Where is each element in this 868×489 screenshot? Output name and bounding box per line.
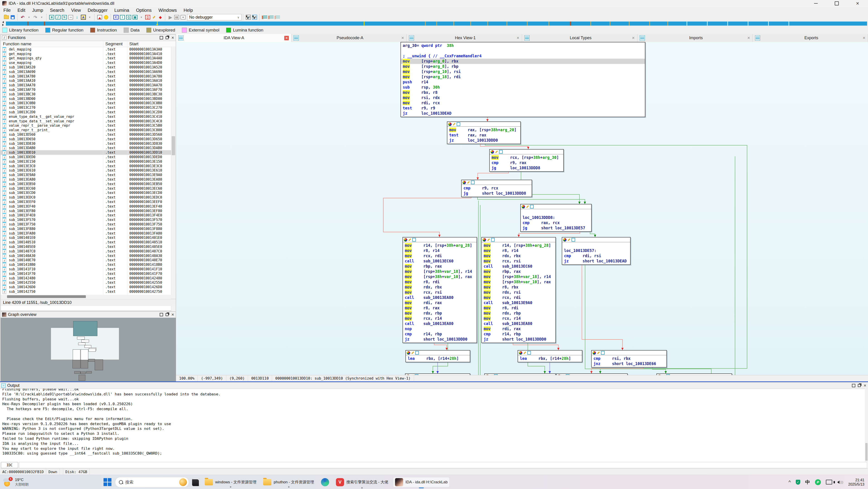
- jump-back-dropdown[interactable]: ▼: [26, 14, 32, 20]
- menu-item-edit[interactable]: Edit: [14, 8, 29, 13]
- asm-line[interactable]: jz short loc_10013DEAD: [564, 258, 630, 264]
- asm-line[interactable]: jnz short loc_10013DE66: [593, 361, 666, 366]
- graph-node-titlebar[interactable]: [490, 150, 563, 154]
- block-xrefs-icon[interactable]: [457, 122, 460, 126]
- asm-line[interactable]: mov rbx, r8: [403, 90, 645, 95]
- asm-line[interactable]: cmp r9, rcx: [463, 186, 532, 191]
- function-row[interactable]: fsub_100140A30.text0000000100140A30: [1, 253, 171, 258]
- asm-line[interactable]: test r9, r9: [403, 105, 645, 111]
- asm-line[interactable]: mov [rsp+38h+var_10], rax: [405, 274, 476, 279]
- function-row[interactable]: fsub_10013E610.text000000010013E610: [1, 169, 171, 173]
- rename-button[interactable]: [151, 14, 157, 20]
- volume-icon[interactable]: ))): [837, 480, 843, 484]
- function-row[interactable]: fsub_1001426D0.text00000001001426D0: [1, 285, 171, 289]
- menu-item-options[interactable]: Options: [132, 8, 155, 13]
- graph-node[interactable]: [556, 373, 628, 375]
- output-vscrollbar[interactable]: [865, 389, 868, 462]
- asm-line[interactable]: mov r14, [rsp+38h+arg_28]: [405, 243, 476, 248]
- tray-clock[interactable]: 21:41 2025/5/13: [848, 478, 864, 487]
- graph-node[interactable]: [405, 373, 470, 375]
- address-overview-bar[interactable]: [6, 22, 867, 26]
- asm-line[interactable]: loc_10013DDD8:: [523, 215, 591, 220]
- text-view-button[interactable]: A: [81, 14, 86, 20]
- block-color-icon[interactable]: [407, 351, 410, 355]
- asm-line[interactable]: nop: [405, 326, 476, 332]
- nav-right-arrow-icon[interactable]: [2, 24, 4, 26]
- function-row[interactable]: fsub_10013EEF0.text000000010013EEF0: [1, 200, 171, 204]
- overview-panel-titlebar[interactable]: Graph overview ×: [1, 312, 176, 318]
- lumina-view-button[interactable]: [274, 14, 280, 20]
- colors-button[interactable]: [103, 14, 109, 20]
- menu-item-debugger[interactable]: Debugger: [84, 8, 111, 13]
- asm-line[interactable]: mov rdx, rbx: [405, 285, 476, 290]
- function-row[interactable]: fsub_10013F4E0.text000000010013F4E0: [1, 213, 171, 217]
- dock-splitter[interactable]: [0, 381, 868, 382]
- function-row[interactable]: fsub_100140510.text0000000100140510: [1, 240, 171, 245]
- graph-node[interactable]: lea rbx, [r14+28h]: [518, 350, 582, 362]
- jump-back-button[interactable]: ↶: [20, 14, 26, 20]
- asm-line[interactable]: mov r8, rdi: [484, 305, 555, 311]
- function-row[interactable]: fsub_100141F70.text0000000100141F70: [1, 272, 171, 276]
- function-row[interactable]: fget_mapping.text000000010013A410: [1, 52, 171, 56]
- asm-line[interactable]: mov [rsp+arg_8], rbp: [403, 64, 645, 69]
- function-row[interactable]: fsub_10013AA70.text000000010013AA70: [1, 83, 171, 88]
- function-row[interactable]: fsub_10013AA10.text000000010013AA10: [1, 79, 171, 83]
- function-row[interactable]: fsub_100141F10.text0000000100141F10: [1, 267, 171, 272]
- asm-line[interactable]: jg loc_10013DDD8: [492, 165, 563, 171]
- graph-node[interactable]: cmp rsi, rbxjnz short loc_10013DE66: [591, 350, 667, 368]
- block-edit-icon[interactable]: [568, 238, 570, 241]
- output-panel-titlebar[interactable]: ≡ Output ×: [0, 383, 868, 389]
- tab-ida-view-a[interactable]: IDA View-A✕: [176, 34, 291, 42]
- function-row[interactable]: fdel_mapping.text000000010013A3A0: [1, 47, 171, 52]
- block-color-icon[interactable]: [593, 351, 596, 355]
- asm-line[interactable]: cmp rax, rcx: [523, 220, 591, 225]
- functions-window-button[interactable]: ƒ: [55, 14, 61, 20]
- block-edit-icon[interactable]: [487, 238, 490, 241]
- lumina-push-button[interactable]: [268, 14, 274, 20]
- open-file-button[interactable]: [3, 14, 9, 20]
- lumina-pull-button[interactable]: [261, 14, 268, 20]
- panel-maximize-button[interactable]: [852, 384, 855, 387]
- asm-line[interactable]: mov [rsp+arg_0], rbx: [401, 59, 645, 64]
- asm-line[interactable]: call sub_10013EA80: [405, 321, 476, 326]
- panel-close-button[interactable]: ×: [171, 313, 175, 316]
- save-button[interactable]: [10, 14, 16, 20]
- taskbar-app-redv[interactable]: V搜索引擎算法交流 - 大佬: [334, 477, 390, 487]
- function-row[interactable]: fsub_10013D560.text000000010013D560: [1, 132, 171, 137]
- asm-line[interactable]: ; __unwind { // __CxxFrameHandler4: [403, 54, 645, 59]
- block-color-icon[interactable]: [448, 123, 452, 126]
- taskbar-app-explorer[interactable]: windows - 文件资源管理: [203, 478, 258, 486]
- block-color-icon[interactable]: [491, 150, 494, 154]
- taskbar-app-ida[interactable]: IDA - ida.dll H:\CrackLab: [393, 477, 450, 487]
- graph-node[interactable]: mov rcx, [rsp+38h+arg_30]cmp r9, raxjg l…: [489, 149, 564, 172]
- graph-node[interactable]: mov r14, [rsp+38h+arg_28]mov r8, r14mov …: [481, 237, 556, 343]
- block-xrefs-icon[interactable]: [491, 238, 495, 242]
- asm-line[interactable]: call sub_10013EC60: [484, 264, 555, 269]
- asm-line[interactable]: cmp r14, rbp: [405, 332, 476, 337]
- function-row[interactable]: fsub_10013EF40.text000000010013EF40: [1, 204, 171, 209]
- network-display-icon[interactable]: [826, 480, 832, 485]
- function-row[interactable]: fsub_10013A780.text000000010013A780: [1, 74, 171, 79]
- asm-line[interactable]: jz loc_10013DDD0: [449, 138, 520, 143]
- function-row[interactable]: fuse_mapping.text000000010013A4D0: [1, 61, 171, 65]
- graph-node-titlebar[interactable]: [518, 350, 582, 355]
- debug-pause-button[interactable]: ▮▮: [174, 14, 180, 20]
- function-row[interactable]: fget_mappings_qty.text000000010013A4A0: [1, 56, 171, 61]
- column-segment[interactable]: Segment: [105, 41, 123, 47]
- function-row[interactable]: fsub_1001401E0.text00000001001401E0: [1, 236, 171, 240]
- function-row[interactable]: fsub_1001405E0.text00000001001405E0: [1, 245, 171, 249]
- block-edit-icon[interactable]: [524, 352, 526, 354]
- function-row[interactable]: fsub_10013A690.text000000010013A690: [1, 69, 171, 74]
- block-color-icon[interactable]: [522, 205, 525, 209]
- windows-list-button[interactable]: ≣: [49, 14, 55, 20]
- struct-dropdown[interactable]: ▼: [138, 14, 144, 20]
- block-xrefs-icon[interactable]: [412, 238, 416, 242]
- graph-node-titlebar[interactable]: [462, 180, 532, 185]
- asm-line[interactable]: [523, 210, 591, 215]
- cli-input[interactable]: [19, 462, 867, 468]
- functions-panel-titlebar[interactable]: f Functions ×: [1, 35, 176, 41]
- functions-column-header[interactable]: Function name Segment Start: [1, 41, 176, 47]
- function-row[interactable]: fsub_10013E9A0.text000000010013E9A0: [1, 173, 171, 177]
- security-shield-icon[interactable]: ✓: [796, 480, 800, 485]
- function-row[interactable]: fsub_10013AF70.text000000010013AF70: [1, 88, 171, 92]
